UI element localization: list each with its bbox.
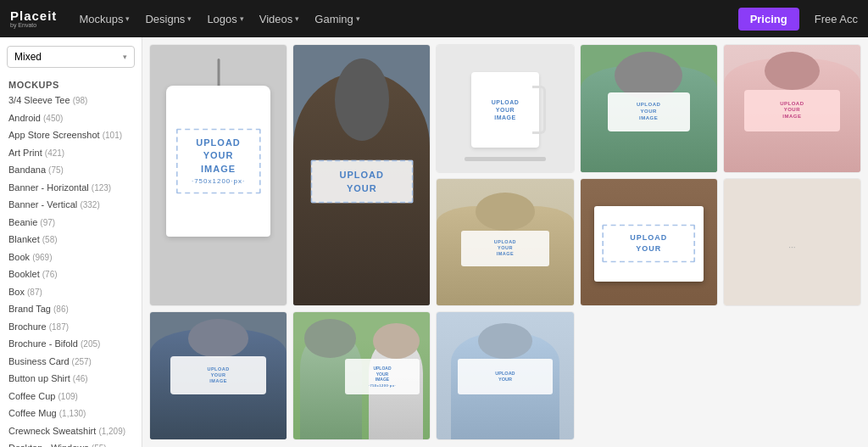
sidebar-item[interactable]: Art Print (421) — [0, 144, 142, 162]
card-tshirt-folded[interactable]: UPLOADYOUR — [580, 178, 718, 307]
card-sweatshirt-man[interactable]: UPLOADYOUR Heather Sweatshirt Mockup of … — [292, 44, 431, 306]
chevron-down-icon: ▾ — [123, 53, 127, 61]
main-layout: Mixed ▾ Mockups 3/4 Sleeve Tee (98)Andro… — [0, 37, 868, 447]
sidebar-item[interactable]: Coffee Cup (109) — [0, 388, 142, 405]
nav-videos[interactable]: Videos ▾ — [259, 13, 300, 25]
chevron-down-icon: ▾ — [125, 14, 130, 23]
sidebar-item[interactable]: Beanie (97) — [0, 214, 142, 232]
sidebar-section-title: Mockups — [0, 76, 142, 92]
sidebar-item[interactable]: Bandana (75) — [0, 161, 142, 179]
sidebar-item[interactable]: Brochure - Bifold (205) — [0, 335, 142, 353]
sidebar-item[interactable]: 3/4 Sleeve Tee (98) — [0, 92, 142, 109]
nav-designs[interactable]: Designs ▾ — [145, 13, 192, 25]
card-mug[interactable]: UPLOADYOURIMAGE Drinkware Mockup of a Wo… — [436, 44, 574, 173]
nav-mockups[interactable]: Mockups ▾ — [79, 13, 130, 25]
logo: Placeit by Envato — [10, 9, 57, 28]
nav-gaming[interactable]: Gaming ▾ — [314, 13, 360, 25]
sidebar-item[interactable]: Banner - Horizontal (123) — [0, 179, 142, 197]
sidebar-item[interactable]: Book (969) — [0, 249, 142, 266]
card-monochromatic[interactable]: UPLOADYOURIMAGE Monochromatic T-Shirt of… — [723, 44, 861, 173]
sidebar-item[interactable]: Booklet (76) — [0, 265, 142, 283]
card-man-glasses[interactable]: UPLOADYOURIMAGE T-Shirt Mockup of a Woma… — [149, 311, 287, 440]
chevron-down-icon: ▾ — [356, 14, 360, 23]
sidebar-item[interactable]: Business Card (257) — [0, 353, 142, 371]
card-woman-couple[interactable]: UPLOADYOURIMAGE·750x1200·px· T-Shirt Moc… — [292, 311, 431, 440]
navbar: Placeit by Envato Mockups ▾ Designs ▾ Lo… — [0, 0, 868, 37]
sidebar-item[interactable]: App Store Screenshot (101) — [0, 126, 142, 144]
card-placeholder[interactable]: ··· — [723, 178, 861, 307]
sidebar-item[interactable]: Crewneck Sweatshirt (1,209) — [0, 422, 142, 440]
card-man-chill[interactable]: UPLOADYOUR — [436, 311, 574, 440]
card-tshirt-hang[interactable]: UPLOADYOURIMAGE ·750x1200·px· Mockup of … — [149, 44, 287, 306]
free-account-link[interactable]: Free Acc — [815, 13, 858, 25]
sidebar-item[interactable]: Button up Shirt (46) — [0, 370, 142, 388]
pricing-button[interactable]: Pricing — [738, 8, 799, 31]
sidebar: Mixed ▾ Mockups 3/4 Sleeve Tee (98)Andro… — [0, 37, 142, 447]
filter-dropdown[interactable]: Mixed ▾ — [7, 46, 135, 68]
logo-text: Placeit — [10, 9, 57, 22]
sidebar-item[interactable]: Desktop - Windows (55) — [0, 439, 142, 447]
card-vneck-woman[interactable]: UPLOADYOURIMAGE V-Neck Tee Mockup of a W… — [580, 44, 718, 173]
chevron-down-icon: ▾ — [295, 14, 299, 23]
sidebar-item[interactable]: Banner - Vertical (332) — [0, 196, 142, 214]
sidebar-item[interactable]: Android (450) — [0, 109, 142, 127]
sidebar-item[interactable]: Blanket (58) — [0, 231, 142, 249]
card-man-kitchen[interactable]: UPLOADYOURIMAGE T-Shirt Mockup Featuring… — [436, 178, 574, 307]
sidebar-item[interactable]: Box (87) — [0, 283, 142, 301]
filter-label: Mixed — [14, 51, 42, 63]
sidebar-item[interactable]: Brand Tag (86) — [0, 300, 142, 318]
sidebar-item[interactable]: Brochure (187) — [0, 318, 142, 336]
nav-logos[interactable]: Logos ▾ — [207, 13, 243, 25]
content-grid: #grid-container { display: grid; grid-te… — [142, 37, 868, 447]
sidebar-item[interactable]: Coffee Mug (1,130) — [0, 405, 142, 422]
chevron-down-icon: ▾ — [240, 14, 244, 23]
chevron-down-icon: ▾ — [187, 14, 192, 23]
logo-subtext: by Envato — [10, 22, 57, 28]
